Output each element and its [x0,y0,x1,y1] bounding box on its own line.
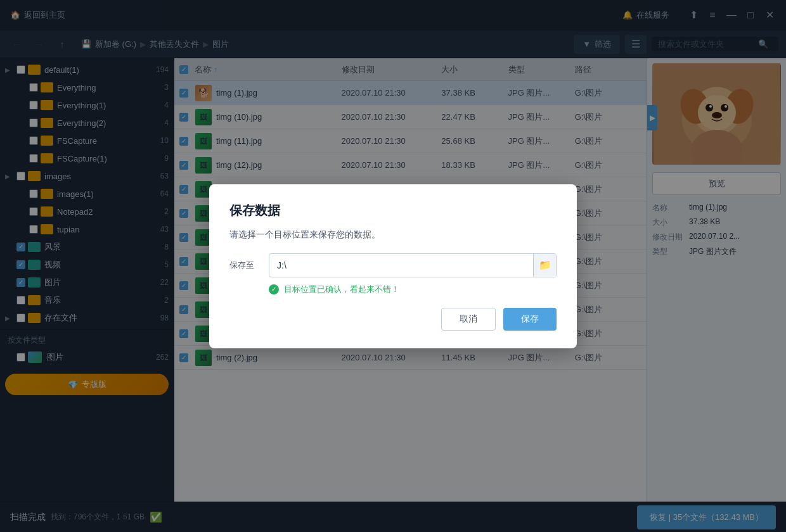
modal-cancel-button[interactable]: 取消 [441,308,496,331]
modal-title: 保存数据 [229,202,557,219]
modal-input-wrap: 📁 [269,253,557,277]
modal-overlay: 保存数据 请选择一个目标位置来保存您的数据。 保存至 📁 ✓ 目标位置已确认，看… [0,0,786,532]
save-path-input[interactable] [269,255,533,276]
browse-folder-button[interactable]: 📁 [533,254,556,277]
modal-validation: ✓ 目标位置已确认，看起来不错！ [269,284,557,295]
validation-ok-icon: ✓ [269,284,279,294]
modal-save-button[interactable]: 保存 [503,308,557,331]
modal-description: 请选择一个目标位置来保存您的数据。 [229,229,557,241]
validation-text: 目标位置已确认，看起来不错！ [284,284,399,295]
modal-actions: 取消 保存 [229,308,557,331]
save-data-modal: 保存数据 请选择一个目标位置来保存您的数据。 保存至 📁 ✓ 目标位置已确认，看… [209,184,577,348]
folder-browse-icon: 📁 [539,259,551,271]
modal-save-field: 保存至 📁 [229,253,557,277]
modal-field-label: 保存至 [229,260,261,271]
